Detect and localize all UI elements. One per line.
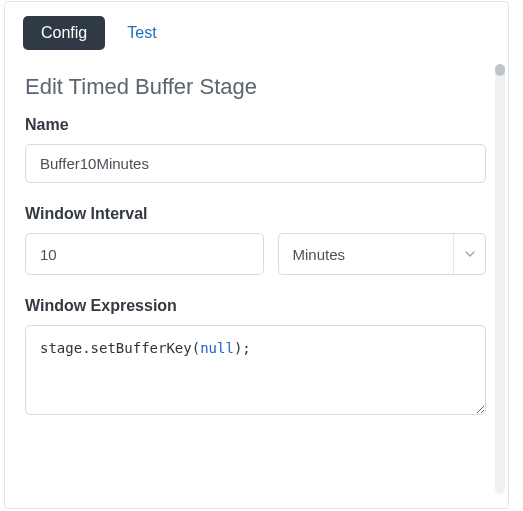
page-title: Edit Timed Buffer Stage <box>25 74 486 100</box>
expression-label: Window Expression <box>25 297 486 315</box>
scrollbar-track[interactable] <box>495 64 505 494</box>
interval-value-input[interactable] <box>25 233 264 275</box>
field-interval: Window Interval Minutes <box>25 205 486 275</box>
tab-config[interactable]: Config <box>23 16 105 50</box>
interval-label: Window Interval <box>25 205 486 223</box>
config-panel: Config Test Edit Timed Buffer Stage Name… <box>4 1 509 509</box>
tab-test[interactable]: Test <box>123 16 160 50</box>
content: Edit Timed Buffer Stage Name Window Inte… <box>5 60 508 508</box>
code-token-suffix: ); <box>234 340 251 356</box>
name-label: Name <box>25 116 486 134</box>
name-input[interactable] <box>25 144 486 183</box>
code-token-null: null <box>200 340 234 356</box>
field-expression: Window Expression stage.setBufferKey(nul… <box>25 297 486 415</box>
scrollbar-thumb[interactable] <box>495 64 505 76</box>
code-token-prefix: stage.setBufferKey( <box>40 340 200 356</box>
interval-unit-value: Minutes <box>279 234 454 274</box>
content-wrap: Edit Timed Buffer Stage Name Window Inte… <box>5 60 508 508</box>
interval-unit-select[interactable]: Minutes <box>278 233 487 275</box>
tab-bar: Config Test <box>5 2 508 60</box>
field-name: Name <box>25 116 486 183</box>
expression-editor[interactable]: stage.setBufferKey(null); <box>25 325 486 415</box>
chevron-down-icon <box>453 234 485 274</box>
interval-row: Minutes <box>25 233 486 275</box>
